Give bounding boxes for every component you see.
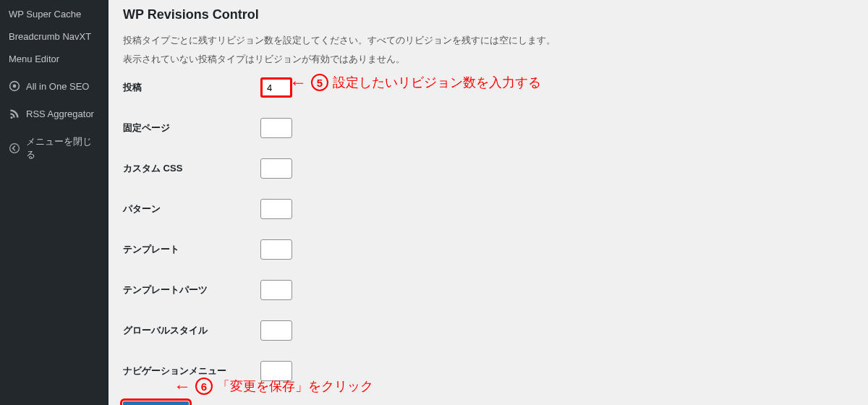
field-input-page[interactable] <box>260 118 292 138</box>
annotation-text: 設定したいリビジョン数を入力する <box>333 74 541 91</box>
sidebar-item-label: WP Super Cache <box>9 9 81 20</box>
field-input-post[interactable] <box>260 77 292 98</box>
field-row-pattern: パターン <box>123 199 854 219</box>
sidebar-item-breadcrumb-navxt[interactable]: Breadcrumb NavXT <box>0 25 109 48</box>
arrow-left-icon: ← <box>289 72 307 93</box>
section-description-1: 投稿タイプごとに残すリビジョン数を設定してください。すべてのリビジョンを残すには… <box>123 33 854 48</box>
annotation-number: 6 <box>195 378 213 395</box>
field-label: 投稿 <box>123 81 260 94</box>
sidebar-item-label: RSS Aggregator <box>26 108 94 119</box>
section-title: WP Revisions Control <box>123 7 854 22</box>
section-description-2: 表示されていない投稿タイプはリビジョンが有効ではありません。 <box>123 51 854 67</box>
sidebar-item-all-in-one-seo[interactable]: All in One SEO <box>0 74 109 98</box>
field-row-page: 固定ページ <box>123 118 854 138</box>
field-row-global-styles: グローバルスタイル <box>123 320 854 341</box>
annotation-text: 「変更を保存」をクリック <box>217 378 373 395</box>
svg-point-2 <box>10 144 20 153</box>
field-row-template-parts: テンプレートパーツ <box>123 280 854 300</box>
aioseo-icon <box>9 80 20 92</box>
revisions-form: 投稿 固定ページ カスタム CSS パターン テンプレート テンプレートパーツ <box>123 77 854 381</box>
collapse-icon <box>9 142 20 154</box>
sidebar-item-label: All in One SEO <box>26 81 89 92</box>
sidebar-item-wp-super-cache[interactable]: WP Super Cache <box>0 3 109 25</box>
sidebar-item-label: Menu Editor <box>9 54 59 64</box>
field-input-global-styles[interactable] <box>260 320 292 341</box>
field-label: パターン <box>123 202 260 216</box>
sidebar-item-collapse-menu[interactable]: メニューを閉じる <box>0 129 109 167</box>
field-label: テンプレートパーツ <box>123 284 260 297</box>
save-button[interactable]: 変更を保存 <box>123 401 189 405</box>
submit-area: 変更を保存 <box>123 401 854 405</box>
main-content: WP Revisions Control 投稿タイプごとに残すリビジョン数を設定… <box>109 0 868 405</box>
admin-sidebar: WP Super Cache Breadcrumb NavXT Menu Edi… <box>0 0 109 405</box>
field-row-template: テンプレート <box>123 239 854 260</box>
rss-icon <box>9 108 20 119</box>
annotation-number: 5 <box>311 74 328 91</box>
field-label: 固定ページ <box>123 122 260 135</box>
field-label: カスタム CSS <box>123 162 260 175</box>
field-row-custom-css: カスタム CSS <box>123 158 854 179</box>
sidebar-item-label: メニューを閉じる <box>26 135 100 161</box>
annotation-5: ← 5 設定したいリビジョン数を入力する <box>289 72 541 93</box>
field-input-template-parts[interactable] <box>260 280 292 300</box>
sidebar-item-rss-aggregator[interactable]: RSS Aggregator <box>0 102 109 125</box>
sidebar-item-menu-editor[interactable]: Menu Editor <box>0 48 109 70</box>
sidebar-item-label: Breadcrumb NavXT <box>9 31 91 42</box>
field-input-template[interactable] <box>260 239 292 260</box>
arrow-left-icon: ← <box>174 376 191 396</box>
svg-point-1 <box>13 85 17 88</box>
field-input-custom-css[interactable] <box>260 158 292 179</box>
annotation-6: ← 6 「変更を保存」をクリック <box>174 376 373 396</box>
field-input-pattern[interactable] <box>260 199 292 219</box>
field-label: テンプレート <box>123 243 260 256</box>
field-label: グローバルスタイル <box>123 324 260 337</box>
